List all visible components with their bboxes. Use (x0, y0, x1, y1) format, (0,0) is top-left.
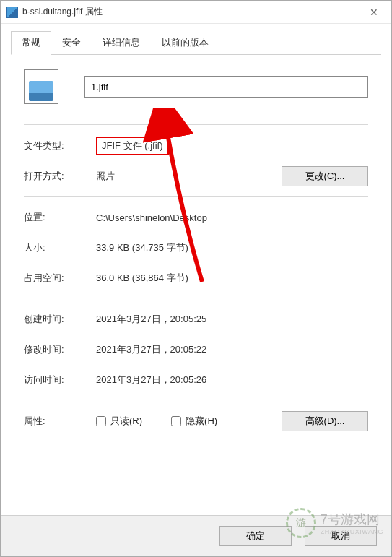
label-modified: 修改时间: (24, 343, 96, 356)
filetype-highlight: JFIF 文件 (.jfif) (96, 137, 169, 155)
row-size: 大小: 33.9 KB (34,735 字节) (24, 237, 368, 259)
divider (24, 196, 368, 197)
file-icon (24, 69, 58, 104)
titlebar: b-ssl.duitang.jfif 属性 ✕ (1, 1, 391, 24)
readonly-checkbox[interactable] (96, 416, 106, 426)
row-modified: 修改时间: 2021年3月27日，20:05:22 (24, 339, 368, 360)
properties-window: b-ssl.duitang.jfif 属性 ✕ 常规 安全 详细信息 以前的版本… (0, 0, 392, 557)
value-created: 2021年3月27日，20:05:25 (96, 313, 368, 326)
window-icon (6, 7, 18, 18)
row-location: 位置: C:\Users\shinelon\Desktop (24, 207, 368, 228)
tab-area: 常规 安全 详细信息 以前的版本 文件类型: JFIF 文件 (.jfif) 打… (1, 24, 391, 515)
tab-general[interactable]: 常规 (11, 31, 51, 55)
row-ondisk: 占用空间: 36.0 KB (36,864 字节) (24, 267, 368, 289)
value-modified: 2021年3月27日，20:05:22 (96, 343, 368, 356)
image-icon (29, 81, 53, 101)
attribute-checks: 只读(R) 隐藏(H) (96, 415, 282, 428)
row-created: 创建时间: 2021年3月27日，20:05:25 (24, 308, 368, 330)
watermark-logo-icon: 游 (286, 508, 316, 538)
row-attributes: 属性: 只读(R) 隐藏(H) 高级(D)... (24, 410, 368, 432)
filename-input[interactable] (84, 76, 368, 98)
label-size: 大小: (24, 241, 96, 254)
watermark-sub: ZHAOYOUXIWANG (321, 528, 383, 535)
watermark-text: 7号游戏网 ZHAOYOUXIWANG (321, 511, 383, 535)
row-accessed: 访问时间: 2021年3月27日，20:05:26 (24, 369, 368, 391)
hidden-text: 隐藏(H) (186, 415, 217, 428)
label-attributes: 属性: (24, 415, 96, 428)
advanced-button[interactable]: 高级(D)... (282, 411, 368, 431)
divider (24, 400, 368, 400)
change-button[interactable]: 更改(C)... (282, 166, 368, 186)
divider (24, 124, 368, 125)
ok-button[interactable]: 确定 (219, 526, 292, 546)
tab-security[interactable]: 安全 (51, 31, 92, 54)
tab-content-general: 文件类型: JFIF 文件 (.jfif) 打开方式: 照片 更改(C)... … (11, 55, 381, 515)
row-openwith: 打开方式: 照片 更改(C)... (24, 165, 368, 187)
hidden-checkbox-label[interactable]: 隐藏(H) (171, 415, 217, 428)
tab-details[interactable]: 详细信息 (92, 31, 151, 54)
watermark-main: 7号游戏网 (321, 512, 380, 527)
value-filetype: JFIF 文件 (.jfif) (96, 137, 368, 155)
label-location: 位置: (24, 211, 96, 224)
label-openwith: 打开方式: (24, 170, 96, 183)
window-title: b-ssl.duitang.jfif 属性 (22, 6, 362, 18)
watermark: 游 7号游戏网 ZHAOYOUXIWANG (286, 508, 383, 538)
label-accessed: 访问时间: (24, 374, 96, 387)
label-ondisk: 占用空间: (24, 272, 96, 285)
value-ondisk: 36.0 KB (36,864 字节) (96, 272, 368, 285)
readonly-checkbox-label[interactable]: 只读(R) (96, 415, 142, 428)
tab-previous[interactable]: 以前的版本 (151, 31, 219, 54)
value-accessed: 2021年3月27日，20:05:26 (96, 374, 368, 387)
value-openwith: 照片 (96, 170, 282, 183)
label-filetype: 文件类型: (24, 139, 96, 152)
label-created: 创建时间: (24, 313, 96, 326)
value-location: C:\Users\shinelon\Desktop (96, 212, 368, 223)
readonly-text: 只读(R) (110, 415, 142, 428)
tab-list: 常规 安全 详细信息 以前的版本 (11, 31, 381, 55)
filename-row (24, 69, 368, 104)
hidden-checkbox[interactable] (171, 416, 181, 426)
value-size: 33.9 KB (34,735 字节) (96, 241, 368, 254)
close-button[interactable]: ✕ (362, 4, 386, 21)
row-filetype: 文件类型: JFIF 文件 (.jfif) (24, 135, 368, 157)
divider (24, 298, 368, 298)
